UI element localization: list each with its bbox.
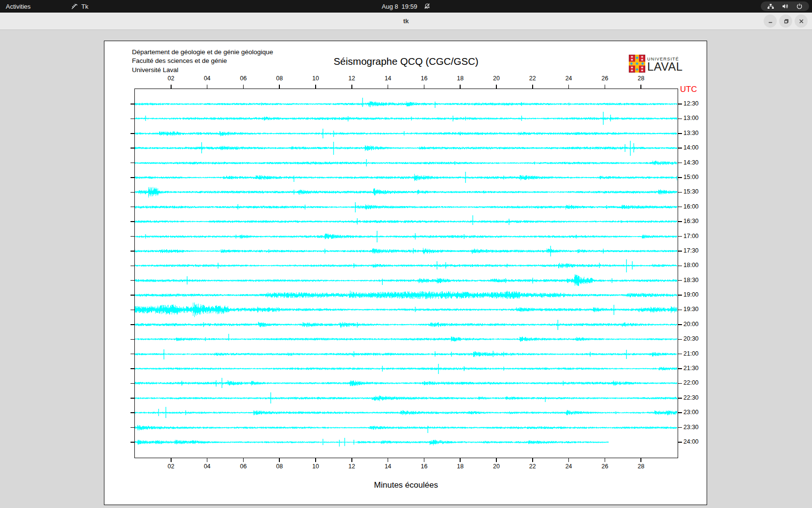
seismogram-traces	[135, 89, 677, 457]
x-tick-label-top: 06	[236, 75, 250, 82]
x-tick-bottom	[171, 458, 172, 462]
utc-time-label: 23:30	[683, 424, 698, 431]
utc-time-label: 18:30	[683, 277, 698, 284]
x-tick-label-bottom: 02	[164, 463, 178, 470]
y-tick-left	[130, 163, 134, 164]
y-tick-left	[130, 177, 134, 178]
y-tick-left	[130, 104, 134, 105]
utc-time-label: 22:00	[683, 379, 698, 386]
x-tick-bottom	[640, 458, 641, 462]
x-tick-bottom	[532, 458, 533, 462]
x-tick-bottom	[460, 458, 461, 462]
y-tick-left	[130, 310, 134, 311]
x-axis-title: Minutes écoulées	[135, 480, 677, 490]
x-tick-top	[351, 85, 352, 89]
x-tick-label-top: 16	[417, 75, 431, 82]
header-line-1: Département de géologie et de génie géol…	[132, 48, 273, 56]
y-tick-right	[678, 339, 682, 340]
y-tick-left	[130, 412, 134, 413]
header-line-3: Université Laval	[132, 66, 178, 74]
y-tick-right	[678, 383, 682, 384]
x-tick-label-top: 22	[525, 75, 540, 82]
x-tick-bottom	[424, 458, 425, 462]
volume-icon	[782, 3, 789, 10]
y-tick-left	[130, 119, 134, 120]
y-tick-right	[678, 177, 682, 178]
x-tick-top	[605, 85, 606, 89]
utc-time-label: 17:00	[683, 233, 698, 239]
time-label: 19:59	[402, 3, 418, 10]
date-label: Aug 8	[382, 3, 398, 10]
x-tick-top	[388, 85, 389, 89]
window-title: tk	[0, 13, 812, 30]
x-tick-label-top: 08	[272, 75, 287, 82]
y-tick-right	[678, 163, 682, 164]
y-tick-right	[678, 368, 682, 369]
x-tick-top	[315, 85, 316, 89]
y-tick-left	[130, 221, 134, 222]
y-tick-right	[678, 221, 682, 222]
x-tick-bottom	[207, 458, 208, 462]
x-tick-label-bottom: 24	[562, 463, 576, 470]
minimize-icon	[768, 18, 773, 24]
y-tick-right	[678, 192, 682, 193]
utc-time-label: 24:00	[683, 438, 698, 445]
y-tick-left	[130, 148, 134, 149]
utc-time-label: 18:00	[683, 262, 698, 269]
x-tick-label-bottom: 06	[236, 463, 250, 470]
y-tick-left	[130, 324, 134, 325]
close-button[interactable]	[795, 15, 808, 28]
x-tick-label-top: 18	[453, 75, 467, 82]
minimize-button[interactable]	[764, 15, 777, 28]
x-tick-top	[207, 85, 208, 89]
y-tick-left	[130, 236, 134, 237]
x-tick-bottom	[496, 458, 497, 462]
x-tick-bottom	[315, 458, 316, 462]
x-tick-label-bottom: 04	[200, 463, 215, 470]
y-tick-left	[130, 383, 134, 384]
x-tick-top	[568, 85, 569, 89]
y-tick-left	[130, 207, 134, 208]
y-tick-right	[678, 354, 682, 355]
y-tick-right	[678, 266, 682, 267]
y-tick-right	[678, 295, 682, 296]
focused-app-indicator[interactable]: Tk	[66, 3, 93, 10]
x-tick-label-top: 02	[164, 75, 178, 82]
x-tick-bottom	[351, 458, 352, 462]
activities-button[interactable]: Activities	[0, 0, 36, 13]
y-tick-right	[678, 398, 682, 399]
utc-time-label: 21:30	[683, 365, 698, 372]
utc-time-label: 22:30	[683, 394, 698, 401]
x-tick-label-top: 04	[200, 75, 215, 82]
tk-app-icon	[71, 3, 78, 10]
utc-time-label: 20:30	[683, 335, 698, 342]
x-tick-bottom	[605, 458, 606, 462]
utc-time-label: 13:00	[683, 115, 698, 121]
logo-laval-text: LAVAL	[647, 61, 683, 72]
maximize-button[interactable]	[779, 15, 792, 28]
y-tick-left	[130, 442, 134, 443]
y-tick-left	[130, 354, 134, 355]
window-content: Département de géologie et de génie géol…	[0, 30, 812, 508]
y-tick-right	[678, 104, 682, 105]
window-titlebar: tk	[0, 13, 812, 30]
x-tick-label-top: 28	[634, 75, 648, 82]
utc-time-label: 17:30	[683, 247, 698, 254]
y-tick-left	[130, 280, 134, 281]
y-tick-left	[130, 368, 134, 369]
x-tick-top	[171, 85, 172, 89]
utc-time-label: 14:30	[683, 159, 698, 166]
x-tick-top	[424, 85, 425, 89]
clock-menu[interactable]: Aug 8 19:59	[382, 0, 431, 13]
x-tick-label-top: 10	[308, 75, 323, 82]
x-tick-bottom	[568, 458, 569, 462]
y-tick-left	[130, 339, 134, 340]
x-tick-top	[532, 85, 533, 89]
system-tray[interactable]	[761, 1, 809, 11]
x-tick-label-bottom: 28	[634, 463, 648, 470]
power-icon	[796, 3, 803, 10]
y-tick-left	[130, 251, 134, 252]
y-tick-left	[130, 192, 134, 193]
y-tick-right	[678, 412, 682, 413]
y-tick-right	[678, 119, 682, 120]
